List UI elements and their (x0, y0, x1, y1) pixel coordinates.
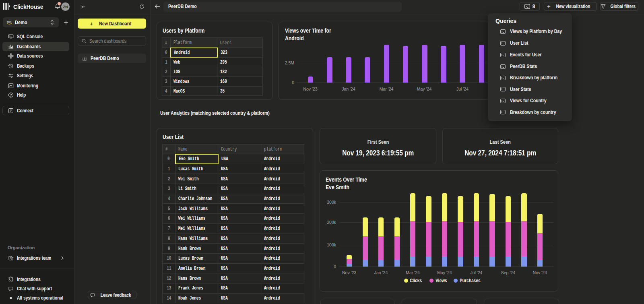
svg-text:aws: aws (7, 21, 12, 23)
